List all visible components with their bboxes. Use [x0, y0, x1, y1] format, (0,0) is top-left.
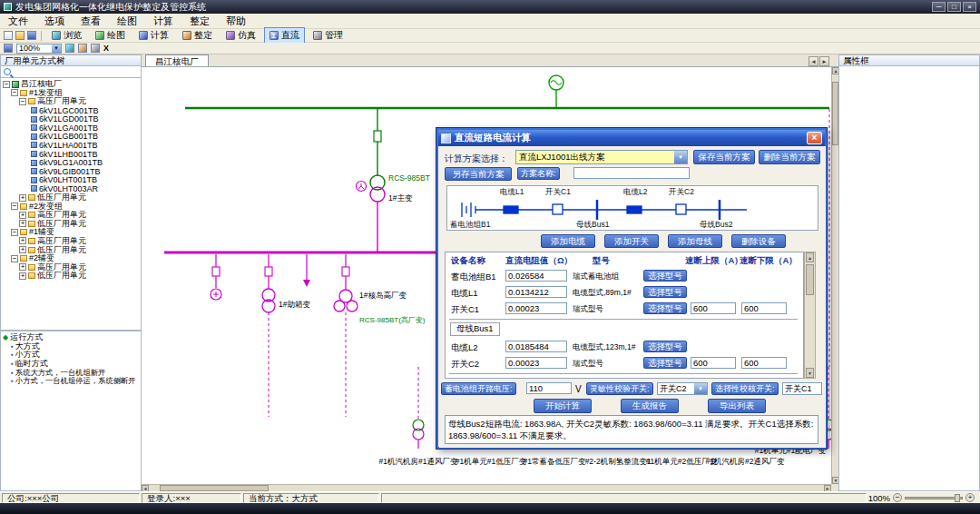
- select-model-button[interactable]: 选择型号: [643, 270, 687, 282]
- clear-x-button[interactable]: X: [103, 44, 109, 53]
- expand-icon[interactable]: +: [19, 194, 26, 202]
- dc-button[interactable]: Σ直流: [264, 27, 305, 44]
- zoom-slider[interactable]: [905, 497, 963, 499]
- resistance-input[interactable]: [505, 302, 567, 314]
- lower-limit-input[interactable]: [741, 302, 787, 314]
- setting-button[interactable]: 整定: [177, 27, 218, 44]
- zoom-in-button[interactable]: +: [965, 493, 975, 502]
- export-list-button[interactable]: 导出列表: [708, 399, 766, 413]
- menu-draw[interactable]: 绘图: [109, 14, 145, 29]
- expand-icon[interactable]: +: [19, 212, 26, 219]
- scheme-dropdown-icon[interactable]: ▼: [674, 151, 687, 163]
- save-scheme-button[interactable]: 保存当前方案: [693, 150, 755, 164]
- tree-item-leaf[interactable]: 6kV1LGB001TB: [1, 133, 141, 142]
- resistance-input[interactable]: [505, 286, 567, 298]
- run-mode-root[interactable]: ◆运行方式: [1, 333, 141, 342]
- minimize-button[interactable]: ─: [932, 2, 946, 12]
- tree-item-aux2[interactable]: −#2辅变: [1, 254, 141, 263]
- add-cable-button[interactable]: 添加电缆: [541, 234, 595, 248]
- menu-view[interactable]: 查看: [73, 14, 109, 29]
- tree-item-leaf[interactable]: 6kV1LGD001TB: [1, 114, 141, 124]
- zoom-dropdown-icon[interactable]: ▼: [52, 44, 61, 53]
- tree-item-hv-unit[interactable]: −高压厂用单元: [1, 97, 141, 106]
- scheme-name-input[interactable]: [573, 167, 690, 179]
- table-scrollbar[interactable]: ▲ ▼: [804, 252, 816, 379]
- tree-item-lv-unit[interactable]: +低压厂用单元: [1, 272, 141, 281]
- fit-view-icon[interactable]: [4, 44, 13, 53]
- run-mode-item[interactable]: ▪小方式，一台机组停运，系统侧断开: [1, 377, 141, 386]
- simulation-button[interactable]: 仿真: [220, 27, 261, 44]
- close-button[interactable]: ×: [963, 2, 976, 12]
- expand-icon[interactable]: +: [19, 220, 26, 227]
- lower-limit-input[interactable]: [741, 357, 787, 369]
- save-as-button[interactable]: 另存当前方案: [445, 167, 512, 181]
- collapse-icon[interactable]: −: [3, 81, 10, 88]
- select-model-button[interactable]: 选择型号: [643, 357, 687, 369]
- resistance-input[interactable]: [505, 270, 567, 282]
- vertical-scroll-thumb[interactable]: [832, 82, 838, 145]
- tree-item-leaf[interactable]: 6kV9LGIB001TB: [1, 167, 141, 176]
- tree-search-row[interactable]: [0, 66, 142, 78]
- expand-icon[interactable]: +: [19, 246, 26, 253]
- tree-item-hv-unit[interactable]: +高压厂用单元: [1, 211, 141, 220]
- menu-file[interactable]: 文件: [0, 14, 36, 29]
- run-mode-item[interactable]: ▪临时方式: [1, 360, 141, 369]
- collapse-icon[interactable]: −: [11, 229, 18, 236]
- menu-help[interactable]: 帮助: [218, 14, 254, 29]
- menu-calc[interactable]: 计算: [145, 14, 181, 29]
- add-bus-button[interactable]: 添加母线: [668, 234, 722, 248]
- collapse-icon[interactable]: −: [11, 203, 18, 210]
- zoom-slider-thumb[interactable]: [955, 494, 960, 502]
- tree-item-plant[interactable]: −昌江核电厂: [1, 80, 141, 89]
- tree-item-unit2[interactable]: −#2发变组: [1, 202, 141, 211]
- horizontal-scroll-thumb[interactable]: [160, 485, 269, 491]
- add-switch-button[interactable]: 添加开关: [604, 234, 659, 248]
- tree-item-leaf[interactable]: 6kV1LHB001TB: [1, 150, 141, 159]
- tree-item-leaf[interactable]: 6kV1LHA001TB: [1, 141, 141, 150]
- tab-scroll-right-icon[interactable]: ►: [819, 56, 829, 66]
- maximize-button[interactable]: □: [947, 2, 961, 12]
- generate-report-button[interactable]: 生成报告: [621, 399, 679, 413]
- zoom-out-button[interactable]: −: [893, 493, 902, 502]
- zoom-combo[interactable]: 100% ▼: [16, 44, 62, 54]
- upper-limit-input[interactable]: [691, 302, 736, 314]
- tab-plant[interactable]: 昌江核电厂: [145, 54, 209, 66]
- sensitivity-dropdown-icon[interactable]: ▼: [694, 383, 707, 394]
- run-mode-item[interactable]: ▪系统大方式，一台机组新开: [1, 368, 141, 377]
- sensitivity-combobox[interactable]: 开关C2 ▼: [657, 382, 708, 395]
- delete-scheme-button[interactable]: 删除当前方案: [759, 150, 820, 164]
- tree-item-hv-unit[interactable]: +高压厂用单元: [1, 237, 141, 246]
- save-icon[interactable]: [27, 31, 36, 40]
- expand-icon[interactable]: +: [19, 263, 26, 271]
- start-calc-button[interactable]: 开始计算: [534, 399, 592, 413]
- tree-item-leaf[interactable]: 6kV9LG1A001TB: [1, 158, 141, 167]
- browse-button[interactable]: 浏览: [46, 27, 87, 44]
- tree-item-lv-unit[interactable]: +低压厂用单元: [1, 245, 141, 254]
- open-voltage-input[interactable]: [526, 382, 572, 394]
- menu-setting[interactable]: 整定: [181, 14, 218, 29]
- collapse-icon[interactable]: −: [11, 255, 18, 262]
- tree-item-lv-unit[interactable]: +低压厂用单元: [1, 193, 141, 203]
- open-folder-icon[interactable]: [15, 31, 24, 40]
- run-mode-item[interactable]: ▪小方式: [1, 351, 141, 360]
- tab-scroll-left-icon[interactable]: ◄: [808, 56, 818, 66]
- manage-button[interactable]: 管理: [308, 27, 348, 44]
- search-icon[interactable]: [4, 68, 11, 75]
- resistance-input[interactable]: [505, 357, 567, 369]
- tree-item-aux1[interactable]: −#1辅变: [1, 228, 141, 237]
- run-mode-item[interactable]: ▪大方式: [1, 342, 141, 351]
- scheme-combobox[interactable]: 直流LXJ1001出线方案 ▼: [515, 150, 688, 164]
- tree-item-leaf[interactable]: 6kV0LHT003AR: [1, 184, 141, 193]
- tree-item-leaf[interactable]: 6kV1LGA001TB: [1, 124, 141, 133]
- delete-device-button[interactable]: 删除设备: [731, 234, 786, 248]
- select-model-button[interactable]: 选择型号: [643, 341, 687, 352]
- select-icon[interactable]: [91, 44, 100, 53]
- resistance-input[interactable]: [505, 341, 567, 352]
- collapse-icon[interactable]: −: [19, 98, 26, 105]
- dialog-title-bar[interactable]: 直流短路电流计算 ×: [438, 130, 825, 146]
- table-scroll-down-icon[interactable]: ▼: [806, 368, 814, 378]
- tree-item-hv-unit[interactable]: +高压厂用单元: [1, 262, 141, 272]
- menu-options[interactable]: 选项: [36, 14, 73, 29]
- tree-item-leaf[interactable]: 6kV1LGC001TB: [1, 106, 141, 115]
- tree-item-unit1[interactable]: −#1发变组: [1, 89, 141, 98]
